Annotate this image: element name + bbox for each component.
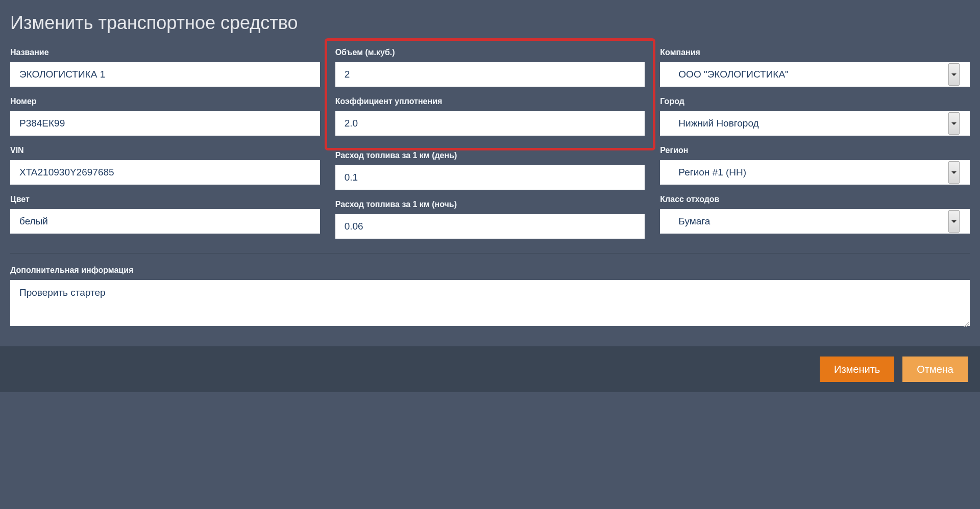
label-region: Регион	[660, 146, 970, 155]
form-container: Изменить транспортное средство Название …	[0, 0, 980, 509]
field-company: Компания ООО "ЭКОЛОГИСТИКА"	[660, 48, 970, 87]
input-volume[interactable]	[335, 62, 645, 87]
field-city: Город Нижний Новгород	[660, 97, 970, 136]
input-fuel-day[interactable]	[335, 165, 645, 190]
submit-button[interactable]: Изменить	[820, 357, 894, 382]
field-region: Регион Регион #1 (НН)	[660, 146, 970, 185]
field-color: Цвет	[10, 195, 320, 234]
input-compaction[interactable]	[335, 111, 645, 136]
field-vin: VIN	[10, 146, 320, 185]
form-columns: Название Номер VIN Цвет	[10, 48, 970, 249]
field-waste-class: Класс отходов Бумага	[660, 195, 970, 234]
label-vin: VIN	[10, 146, 320, 155]
chevron-down-icon[interactable]	[948, 161, 960, 184]
select-city-value: Нижний Новгород	[669, 118, 947, 129]
label-company: Компания	[660, 48, 970, 57]
chevron-down-icon[interactable]	[948, 63, 960, 86]
column-3: Компания ООО "ЭКОЛОГИСТИКА" Город Нижний…	[660, 48, 970, 249]
page-title: Изменить транспортное средство	[10, 12, 970, 34]
select-waste-class[interactable]: Бумага	[660, 209, 970, 234]
input-name[interactable]	[10, 62, 320, 87]
select-region-value: Регион #1 (НН)	[669, 167, 947, 178]
label-name: Название	[10, 48, 320, 57]
input-number[interactable]	[10, 111, 320, 136]
select-waste-class-value: Бумага	[669, 216, 947, 227]
input-fuel-night[interactable]	[335, 214, 645, 239]
field-additional-info: Дополнительная информация	[0, 266, 980, 328]
column-1: Название Номер VIN Цвет	[10, 48, 320, 249]
divider	[10, 253, 970, 253]
form-body: Название Номер VIN Цвет	[0, 48, 980, 253]
field-compaction: Коэффициент уплотнения	[335, 97, 645, 136]
cancel-button[interactable]: Отмена	[902, 357, 968, 382]
select-region[interactable]: Регион #1 (НН)	[660, 160, 970, 185]
label-city: Город	[660, 97, 970, 106]
label-fuel-day: Расход топлива за 1 км (день)	[335, 151, 645, 160]
chevron-down-icon[interactable]	[948, 112, 960, 135]
label-fuel-night: Расход топлива за 1 км (ночь)	[335, 200, 645, 209]
select-company[interactable]: ООО "ЭКОЛОГИСТИКА"	[660, 62, 970, 87]
label-waste-class: Класс отходов	[660, 195, 970, 204]
textarea-additional-info[interactable]	[10, 280, 970, 326]
select-company-value: ООО "ЭКОЛОГИСТИКА"	[669, 69, 947, 80]
textarea-wrap	[10, 280, 970, 328]
input-vin[interactable]	[10, 160, 320, 185]
field-number: Номер	[10, 97, 320, 136]
highlight-annotation: Объем (м.куб.) Коэффициент уплотнения	[325, 38, 656, 150]
label-volume: Объем (м.куб.)	[335, 48, 645, 57]
label-number: Номер	[10, 97, 320, 106]
field-name: Название	[10, 48, 320, 87]
input-color[interactable]	[10, 209, 320, 234]
column-2: Объем (м.куб.) Коэффициент уплотнения Ра…	[335, 48, 645, 249]
select-city[interactable]: Нижний Новгород	[660, 111, 970, 136]
label-color: Цвет	[10, 195, 320, 204]
field-fuel-day: Расход топлива за 1 км (день)	[335, 151, 645, 190]
label-compaction: Коэффициент уплотнения	[335, 97, 645, 106]
footer-actions: Изменить Отмена	[0, 346, 980, 392]
chevron-down-icon[interactable]	[948, 210, 960, 233]
field-volume: Объем (м.куб.)	[335, 48, 645, 87]
field-fuel-night: Расход топлива за 1 км (ночь)	[335, 200, 645, 239]
label-additional-info: Дополнительная информация	[10, 266, 970, 275]
